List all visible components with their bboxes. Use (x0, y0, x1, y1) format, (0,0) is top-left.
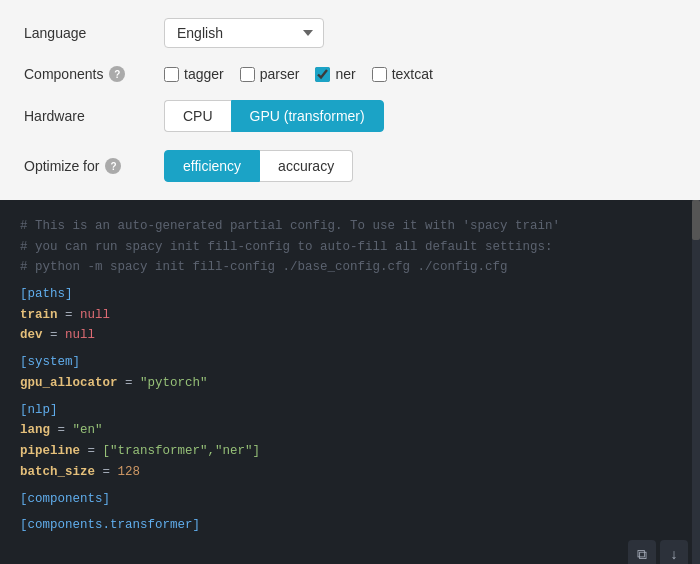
components-help-icon[interactable]: ? (109, 66, 125, 82)
download-icon: ↓ (671, 546, 678, 562)
optimize-help-icon[interactable]: ? (105, 158, 121, 174)
language-row: Language English German French Spanish C… (24, 18, 676, 48)
tagger-checkbox-label[interactable]: tagger (164, 66, 224, 82)
parser-checkbox-label[interactable]: parser (240, 66, 300, 82)
parser-checkbox[interactable] (240, 67, 255, 82)
cpu-button[interactable]: CPU (164, 100, 231, 132)
optimize-row: Optimize for ? efficiency accuracy (24, 150, 676, 182)
efficiency-button[interactable]: efficiency (164, 150, 260, 182)
optimize-group: efficiency accuracy (164, 150, 353, 182)
textcat-checkbox[interactable] (372, 67, 387, 82)
code-toolbar: ⧉ ↓ (616, 534, 700, 564)
code-content[interactable]: # This is an auto-generated partial conf… (0, 200, 700, 544)
download-button[interactable]: ↓ (660, 540, 688, 564)
accuracy-button[interactable]: accuracy (260, 150, 353, 182)
hardware-label: Hardware (24, 108, 164, 124)
gpu-button[interactable]: GPU (transformer) (231, 100, 384, 132)
top-panel: Language English German French Spanish C… (0, 0, 700, 200)
hardware-group: CPU GPU (transformer) (164, 100, 384, 132)
language-label: Language (24, 25, 164, 41)
components-row: Components ? tagger parser ner textcat (24, 66, 676, 82)
ner-checkbox[interactable] (315, 67, 330, 82)
copy-icon: ⧉ (637, 546, 647, 563)
copy-button[interactable]: ⧉ (628, 540, 656, 564)
tagger-checkbox[interactable] (164, 67, 179, 82)
textcat-checkbox-label[interactable]: textcat (372, 66, 433, 82)
scrollbar-track (692, 200, 700, 564)
components-group: tagger parser ner textcat (164, 66, 433, 82)
code-panel: # This is an auto-generated partial conf… (0, 200, 700, 564)
scrollbar-thumb (692, 200, 700, 240)
hardware-row: Hardware CPU GPU (transformer) (24, 100, 676, 132)
ner-checkbox-label[interactable]: ner (315, 66, 355, 82)
optimize-label: Optimize for ? (24, 158, 164, 174)
components-label: Components ? (24, 66, 164, 82)
language-select[interactable]: English German French Spanish Chinese Ja… (164, 18, 324, 48)
